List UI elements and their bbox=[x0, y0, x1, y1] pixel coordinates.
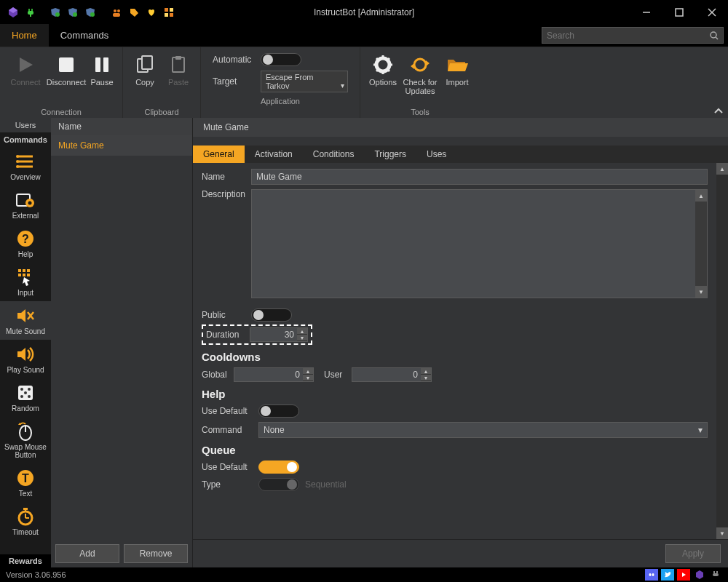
main-scroll-down[interactable]: ▼ bbox=[716, 527, 728, 539]
label-command: Command bbox=[202, 425, 253, 435]
svg-rect-25 bbox=[95, 57, 100, 72]
svg-rect-86 bbox=[716, 571, 718, 573]
list-header-name[interactable]: Name bbox=[51, 118, 192, 135]
svg-rect-16 bbox=[170, 13, 173, 17]
main-tab-activation[interactable]: Activation bbox=[245, 146, 303, 163]
status-plug-icon[interactable] bbox=[709, 569, 722, 581]
svg-marker-83 bbox=[682, 573, 686, 577]
leftbar-item-play-sound[interactable]: Play Sound bbox=[0, 340, 51, 378]
label-description: Description bbox=[202, 189, 245, 199]
close-button[interactable] bbox=[695, 0, 728, 24]
connect-button[interactable]: Connect bbox=[6, 50, 45, 89]
ribbon-group-clipboard: Clipboard bbox=[144, 106, 178, 116]
help-usedefault-toggle[interactable] bbox=[258, 404, 299, 418]
svg-point-70 bbox=[28, 395, 31, 398]
copy-icon bbox=[133, 53, 157, 76]
shield1-icon bbox=[47, 4, 64, 21]
pause-button[interactable]: Pause bbox=[87, 50, 116, 89]
scroll-up-icon[interactable]: ▲ bbox=[695, 190, 707, 202]
svg-marker-84 bbox=[696, 570, 703, 579]
target-dropdown[interactable]: Escape From Tarkov bbox=[261, 71, 348, 92]
public-toggle[interactable] bbox=[251, 308, 292, 322]
spinner-down-icon[interactable]: ▼ bbox=[297, 335, 307, 341]
svg-rect-77 bbox=[23, 508, 28, 510]
maximize-button[interactable] bbox=[662, 0, 695, 24]
main-tab-triggers[interactable]: Triggers bbox=[364, 146, 416, 163]
description-field[interactable]: ▲ ▼ bbox=[251, 189, 708, 298]
ribbon-collapse-button[interactable] bbox=[713, 108, 724, 115]
queue-usedefault-toggle[interactable] bbox=[258, 461, 299, 474]
remove-button[interactable]: Remove bbox=[124, 544, 188, 563]
svg-rect-30 bbox=[175, 56, 181, 60]
youtube-icon[interactable] bbox=[677, 569, 690, 581]
svg-rect-85 bbox=[713, 571, 715, 573]
discord-icon[interactable] bbox=[645, 569, 658, 581]
disconnect-button[interactable]: Disconnect bbox=[47, 50, 86, 89]
people-icon bbox=[108, 4, 125, 21]
ribbon: Connect Disconnect Pause Connection Copy… bbox=[0, 47, 728, 118]
description-scrollbar[interactable]: ▲ ▼ bbox=[695, 190, 707, 298]
options-button[interactable]: Options bbox=[366, 50, 400, 89]
section-queue: Queue bbox=[202, 444, 708, 456]
svg-rect-4 bbox=[28, 11, 33, 15]
svg-marker-61 bbox=[17, 309, 25, 322]
search-box[interactable] bbox=[542, 27, 724, 44]
paste-button[interactable]: Paste bbox=[162, 50, 194, 89]
leftbar-item-mute-sound[interactable]: Mute Sound bbox=[0, 301, 51, 340]
label-name: Name bbox=[202, 172, 245, 182]
user-spinner[interactable]: 0 ▲▼ bbox=[352, 367, 432, 382]
add-button[interactable]: Add bbox=[55, 544, 119, 563]
folder-icon bbox=[446, 53, 469, 76]
svg-line-40 bbox=[387, 58, 389, 60]
search-input[interactable] bbox=[547, 31, 707, 41]
leftbar-item-input[interactable]: Input bbox=[0, 263, 51, 301]
main-scrollbar[interactable]: ▲ ▼ bbox=[716, 163, 728, 539]
type-toggle[interactable] bbox=[258, 478, 299, 491]
leftbar-item-overview[interactable]: Overview bbox=[0, 147, 51, 186]
svg-point-32 bbox=[380, 62, 386, 68]
leftbar-tab-commands[interactable]: Commands bbox=[0, 132, 51, 147]
minimize-button[interactable] bbox=[630, 0, 662, 24]
leftbar-item-random[interactable]: Random bbox=[0, 378, 51, 417]
leftbar-item-help[interactable]: ? Help bbox=[0, 224, 51, 263]
main-tab-general[interactable]: General bbox=[193, 146, 245, 163]
svg-rect-15 bbox=[165, 13, 168, 17]
external-icon bbox=[14, 190, 37, 210]
play-icon bbox=[14, 53, 37, 76]
tab-commands[interactable]: Commands bbox=[49, 24, 120, 47]
command-select[interactable]: None bbox=[258, 422, 708, 438]
apply-button[interactable]: Apply bbox=[665, 544, 721, 563]
main-panel: Mute Game General Activation Conditions … bbox=[193, 118, 728, 567]
check-updates-button[interactable]: Check for Updates bbox=[401, 50, 439, 98]
leftbar-item-swap-mouse[interactable]: Swap Mouse Button bbox=[0, 417, 51, 463]
ribbon-group-tools: Tools bbox=[411, 106, 430, 116]
main-tab-uses[interactable]: Uses bbox=[416, 146, 456, 163]
main-tab-conditions[interactable]: Conditions bbox=[303, 146, 365, 163]
leftbar-item-timeout[interactable]: Timeout bbox=[0, 502, 51, 541]
global-spinner[interactable]: 0 ▲▼ bbox=[234, 367, 314, 382]
main-scroll-up[interactable]: ▲ bbox=[716, 163, 728, 175]
twitter-icon[interactable] bbox=[661, 569, 674, 581]
leftbar-item-external[interactable]: External bbox=[0, 186, 51, 224]
tab-home[interactable]: Home bbox=[0, 24, 49, 47]
search-icon[interactable] bbox=[710, 31, 719, 40]
leftbar-item-text[interactable]: T Text bbox=[0, 463, 51, 502]
leftbar-tab-users[interactable]: Users bbox=[0, 118, 51, 132]
list-item[interactable]: Mute Game bbox=[51, 135, 192, 156]
stopwatch-icon bbox=[14, 506, 37, 527]
shield2-icon bbox=[64, 4, 82, 21]
mute-sound-icon bbox=[14, 306, 37, 326]
import-button[interactable]: Import bbox=[440, 50, 474, 89]
duration-spinner[interactable]: 30 ▲▼ bbox=[250, 327, 308, 342]
copy-button[interactable]: Copy bbox=[129, 50, 161, 89]
automatic-toggle[interactable] bbox=[261, 53, 301, 66]
name-field[interactable] bbox=[251, 169, 708, 185]
titlebar: InstructBot [Administrator] bbox=[0, 0, 728, 24]
scroll-down-icon[interactable]: ▼ bbox=[695, 286, 707, 298]
section-help: Help bbox=[202, 388, 708, 400]
main-body: Name Description ▲ ▼ Public bbox=[193, 163, 716, 539]
svg-point-67 bbox=[28, 388, 31, 391]
leftbar-tab-rewards[interactable]: Rewards bbox=[0, 554, 51, 567]
spinner-up-icon[interactable]: ▲ bbox=[297, 328, 307, 335]
status-badge-icon[interactable] bbox=[693, 569, 706, 581]
